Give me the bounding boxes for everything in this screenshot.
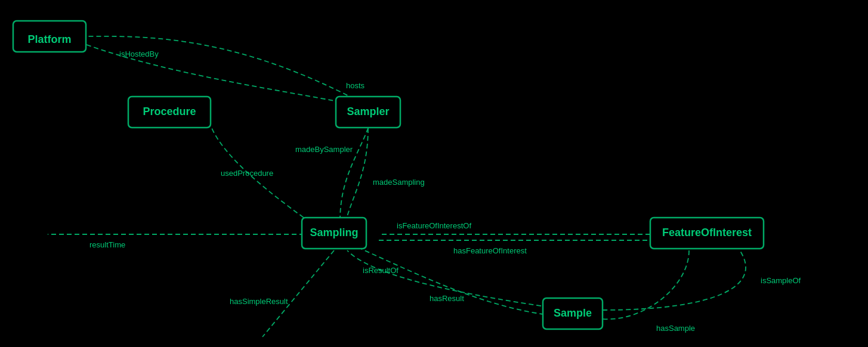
- node-featureofinterest: FeatureOfInterest: [650, 218, 764, 249]
- label-hassimpleresult: hasSimpleResult: [230, 297, 288, 306]
- label-hosts: hosts: [346, 81, 365, 90]
- diagram-canvas: isHostedBy hosts madeSampling usedProced…: [0, 0, 868, 347]
- node-sampling-label: Sampling: [310, 227, 358, 238]
- node-procedure-label: Procedure: [143, 106, 196, 117]
- label-issampleof: isSampleOf: [761, 276, 801, 285]
- label-hasresult: hasResult: [430, 294, 464, 303]
- node-platform-label: Platform: [27, 33, 71, 45]
- node-sampling: Sampling: [302, 218, 366, 249]
- node-platform: Platform: [13, 21, 86, 52]
- label-isresultof: isResultOf: [363, 266, 399, 275]
- label-resulttime: resultTime: [89, 240, 125, 249]
- node-procedure: Procedure: [128, 97, 211, 128]
- node-sample-label: Sample: [554, 307, 592, 319]
- node-sampler: Sampler: [336, 97, 400, 128]
- label-madebysampler: madeBySampler: [295, 145, 353, 154]
- label-isfeatureofinterestof: isFeatureOfInterestOf: [397, 221, 471, 230]
- node-sampler-label: Sampler: [347, 106, 389, 117]
- label-usedprocedure: usedProcedure: [221, 169, 273, 178]
- node-featureofinterest-label: FeatureOfInterest: [662, 227, 752, 238]
- label-hassample: hasSample: [656, 324, 695, 333]
- label-madesampling: madeSampling: [373, 178, 425, 187]
- node-sample: Sample: [543, 298, 603, 329]
- label-hasfeatureofinterest: hasFeatureOfInterest: [453, 246, 527, 255]
